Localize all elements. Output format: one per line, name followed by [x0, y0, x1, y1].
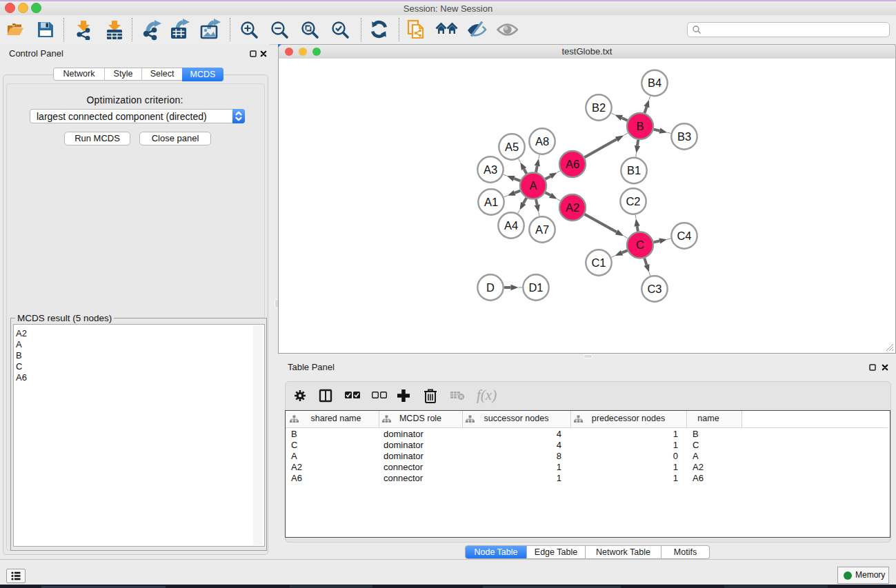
svg-text:C1: C1 [591, 256, 606, 269]
svg-text:C4: C4 [677, 230, 691, 242]
svg-text:B1: B1 [627, 164, 641, 176]
svg-text:A: A [529, 179, 537, 192]
svg-text:C2: C2 [626, 195, 640, 207]
svg-text:A7: A7 [535, 223, 549, 236]
svg-text:A8: A8 [535, 135, 549, 148]
svg-text:B3: B3 [677, 130, 691, 143]
svg-text:A4: A4 [504, 219, 518, 232]
svg-text:C3: C3 [647, 283, 661, 295]
svg-text:A5: A5 [505, 141, 519, 153]
svg-text:B4: B4 [648, 77, 661, 89]
svg-text:A6: A6 [566, 158, 579, 170]
svg-text:A1: A1 [484, 196, 498, 208]
svg-text:B: B [636, 120, 644, 132]
svg-text:B2: B2 [592, 101, 606, 114]
svg-text:D: D [486, 281, 495, 294]
svg-text:A3: A3 [484, 163, 497, 176]
svg-text:D1: D1 [528, 281, 543, 294]
svg-text:C: C [636, 239, 644, 251]
svg-text:A2: A2 [566, 201, 579, 214]
